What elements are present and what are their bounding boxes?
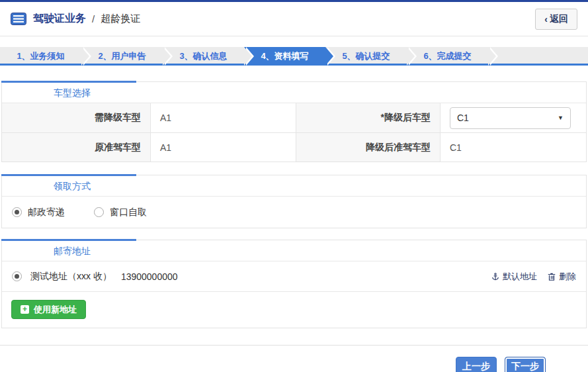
vehicle-type-table: 需降级车型 A1 *降级后车型 C1 ▼ 原准驾车型 A1 降级后准驾车型 C1 [2, 103, 586, 162]
back-button[interactable]: ‹ 返回 [535, 9, 577, 30]
mailing-address-section-title: 邮寄地址 [2, 240, 586, 261]
address-list-item: 测试地址（xxx 收） 13900000000 默认地址 删除 [2, 261, 586, 292]
vehicle-type-section-title: 车型选择 [2, 82, 586, 103]
chevron-left-icon: ‹ [544, 14, 548, 24]
default-address-label: 默认地址 [503, 271, 537, 283]
pickup-option-postal[interactable]: 邮政寄递 [12, 207, 65, 218]
wizard-step-1[interactable]: 1、业务须知 [0, 47, 81, 64]
use-new-address-label: 使用新地址 [34, 304, 77, 316]
plus-icon: + [21, 305, 29, 314]
field-label-original-type: 原准驾车型 [2, 132, 150, 162]
page-title: 驾驶证业务 [33, 12, 86, 26]
footer-actions: 上一步 下一步 [0, 346, 588, 372]
radio-postal-checked[interactable] [12, 207, 22, 217]
breadcrumb-current: 超龄换证 [101, 13, 140, 25]
radio-address-checked[interactable] [12, 271, 22, 281]
pickup-option-window-label: 窗口自取 [110, 207, 147, 218]
next-step-button[interactable]: 下一步 [505, 357, 546, 372]
trash-icon [547, 272, 556, 281]
wizard-step-4-active[interactable]: 4、资料填写 [244, 47, 325, 64]
step-wizard: 1、业务须知 2、用户申告 3、确认信息 4、资料填写 5、确认提交 6、完成提… [0, 47, 588, 66]
address-actions: 默认地址 删除 [491, 271, 576, 283]
delete-address-label: 删除 [559, 271, 576, 283]
pickup-method-section-title: 领取方式 [2, 175, 586, 197]
back-button-label: 返回 [550, 13, 568, 25]
wizard-step-3[interactable]: 3、确认信息 [163, 47, 244, 64]
field-label-downgraded-type: *降级后车型 [296, 103, 440, 132]
breadcrumb-separator: / [92, 13, 95, 24]
vehicle-type-panel: 车型选择 需降级车型 A1 *降级后车型 C1 ▼ 原准驾车型 A1 降级后准驾… [1, 81, 587, 162]
previous-step-button[interactable]: 上一步 [456, 357, 497, 372]
address-name: 测试地址（xxx 收） [30, 271, 112, 283]
pickup-option-postal-label: 邮政寄递 [28, 207, 65, 218]
wizard-step-6[interactable]: 6、完成提交 [407, 47, 488, 64]
downgraded-type-select[interactable]: C1 ▼ [450, 107, 571, 129]
downgraded-type-select-value: C1 [457, 113, 469, 123]
radio-window-unchecked[interactable] [94, 207, 104, 217]
use-new-address-button[interactable]: + 使用新地址 [11, 300, 86, 319]
wizard-step-2[interactable]: 2、用户申告 [81, 47, 163, 64]
form-list-icon [11, 13, 26, 25]
field-label-after-downgrade-permit: 降级后准驾车型 [296, 132, 440, 162]
mailing-address-panel: 邮寄地址 测试地址（xxx 收） 13900000000 默认地址 删除 + 使… [1, 240, 587, 328]
field-label-downgrade-needed: 需降级车型 [2, 103, 150, 132]
field-cell-downgraded-type: C1 ▼ [440, 103, 586, 132]
add-address-row: + 使用新地址 [2, 292, 586, 328]
anchor-icon [491, 272, 500, 281]
page-header: 驾驶证业务 / 超龄换证 ‹ 返回 [0, 2, 588, 36]
field-value-original-type: A1 [150, 132, 296, 162]
field-value-downgrade-needed: A1 [150, 103, 296, 132]
default-address-link[interactable]: 默认地址 [491, 271, 537, 283]
pickup-method-options: 邮政寄递 窗口自取 [2, 197, 586, 228]
pickup-method-panel: 领取方式 邮政寄递 窗口自取 [1, 175, 587, 228]
delete-address-link[interactable]: 删除 [547, 271, 576, 283]
select-dropdown-arrow-icon: ▼ [558, 115, 564, 121]
field-value-after-downgrade-permit: C1 [440, 132, 586, 162]
address-phone: 13900000000 [121, 271, 178, 282]
pickup-option-window[interactable]: 窗口自取 [94, 207, 147, 218]
wizard-step-5[interactable]: 5、确认提交 [325, 47, 407, 64]
